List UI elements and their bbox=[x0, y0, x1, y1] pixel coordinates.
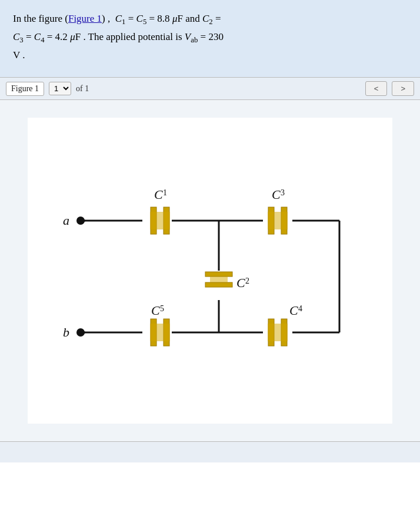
svg-rect-13 bbox=[150, 212, 170, 229]
svg-rect-31 bbox=[205, 272, 232, 277]
of-text: of 1 bbox=[76, 84, 89, 94]
prev-button[interactable]: < bbox=[365, 81, 388, 96]
svg-rect-33 bbox=[210, 277, 228, 282]
figure-link[interactable]: Figure 1 bbox=[68, 13, 102, 24]
circuit-svg: C 1 C 5 C 3 C 4 bbox=[45, 129, 375, 412]
figure-select[interactable]: 1 bbox=[49, 82, 71, 95]
figure-display-area: C 1 C 5 C 3 C 4 bbox=[0, 100, 420, 441]
circuit-diagram: C 1 C 5 C 3 C 4 bbox=[28, 118, 392, 424]
svg-text:1: 1 bbox=[163, 188, 167, 197]
figure-nav-bar: Figure 1 1 of 1 < > bbox=[0, 78, 420, 100]
svg-text:C: C bbox=[236, 275, 245, 290]
svg-rect-28 bbox=[268, 324, 288, 341]
svg-text:2: 2 bbox=[245, 277, 249, 285]
bottom-bar bbox=[0, 441, 420, 462]
svg-text:4: 4 bbox=[298, 304, 302, 313]
svg-text:C: C bbox=[154, 187, 163, 202]
svg-rect-18 bbox=[150, 324, 170, 341]
next-button[interactable]: > bbox=[392, 81, 414, 96]
svg-rect-23 bbox=[268, 212, 288, 229]
svg-text:C: C bbox=[289, 303, 298, 318]
svg-text:C: C bbox=[151, 303, 160, 318]
svg-text:5: 5 bbox=[160, 304, 164, 313]
svg-text:a: a bbox=[63, 213, 69, 228]
problem-text: In the figure (Figure 1) , C1 = C5 = 8.8… bbox=[13, 13, 224, 61]
svg-text:3: 3 bbox=[281, 188, 285, 197]
svg-text:C: C bbox=[272, 187, 281, 202]
svg-rect-32 bbox=[205, 282, 232, 287]
svg-text:b: b bbox=[63, 325, 69, 339]
problem-text-area: In the figure (Figure 1) , C1 = C5 = 8.8… bbox=[0, 0, 420, 78]
figure-label: Figure 1 bbox=[6, 82, 44, 96]
